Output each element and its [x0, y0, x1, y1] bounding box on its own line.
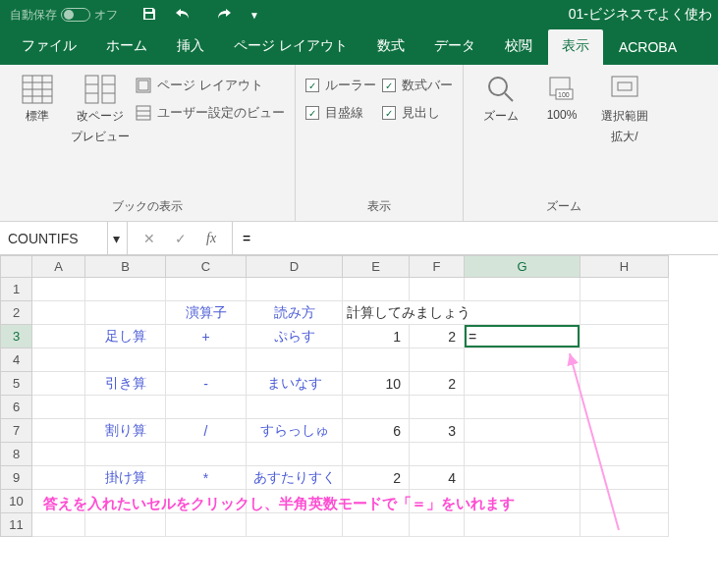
cell[interactable]: / — [166, 419, 247, 443]
autosave-toggle[interactable]: 自動保存 オフ — [0, 7, 128, 24]
cell[interactable] — [32, 513, 85, 537]
row-header[interactable]: 3 — [1, 325, 32, 348]
ruler-checkbox[interactable]: ✓ルーラー — [305, 77, 376, 94]
cell[interactable] — [85, 443, 166, 466]
cell[interactable] — [247, 348, 343, 372]
cell[interactable] — [410, 348, 465, 372]
row-header[interactable]: 11 — [1, 513, 32, 537]
cell[interactable] — [32, 443, 85, 466]
cell[interactable] — [465, 419, 580, 443]
tab-home[interactable]: ホーム — [92, 29, 161, 65]
redo-icon[interactable] — [212, 6, 232, 25]
cell[interactable] — [166, 348, 247, 372]
cell[interactable]: ぷらす — [247, 325, 343, 348]
select-all-corner[interactable] — [1, 256, 32, 278]
cell[interactable] — [465, 278, 580, 301]
cell[interactable] — [343, 443, 410, 466]
row-header[interactable]: 1 — [1, 278, 32, 301]
cell[interactable] — [343, 278, 410, 301]
cell[interactable] — [580, 325, 669, 348]
cell[interactable] — [410, 278, 465, 301]
cell[interactable]: 掛け算 — [85, 466, 166, 490]
qat-dropdown-icon[interactable]: ▼ — [249, 10, 259, 21]
cell[interactable] — [32, 466, 85, 490]
cell[interactable]: あすたりすく — [247, 466, 343, 490]
formulabar-checkbox[interactable]: ✓数式バー — [382, 77, 453, 94]
cell[interactable] — [32, 301, 85, 325]
zoom-100-button[interactable]: 100 100% — [534, 71, 589, 196]
undo-icon[interactable] — [175, 6, 194, 25]
cancel-icon[interactable]: ✕ — [143, 231, 155, 246]
cell[interactable] — [343, 348, 410, 372]
cell[interactable]: まいなす — [247, 372, 343, 396]
cell[interactable] — [247, 396, 343, 419]
tab-acrobat[interactable]: ACROBA — [605, 31, 690, 65]
cell[interactable]: すらっしゅ — [247, 419, 343, 443]
row-header[interactable]: 7 — [1, 419, 32, 443]
cell[interactable]: 引き算 — [85, 372, 166, 396]
column-header[interactable]: G — [465, 256, 580, 278]
view-pagebreak-button[interactable]: 改ページ プレビュー — [71, 71, 130, 196]
cell[interactable]: * — [166, 466, 247, 490]
cell[interactable] — [32, 372, 85, 396]
cell[interactable]: 2 — [410, 372, 465, 396]
headings-checkbox[interactable]: ✓見出し — [382, 104, 453, 122]
tab-insert[interactable]: 挿入 — [163, 29, 218, 65]
row-header[interactable]: 9 — [1, 466, 32, 490]
column-header[interactable]: F — [410, 256, 465, 278]
cell[interactable] — [580, 348, 669, 372]
tab-review[interactable]: 校閲 — [491, 29, 546, 65]
cell[interactable]: 演算子 — [166, 301, 247, 325]
cell[interactable]: 割り算 — [85, 419, 166, 443]
cell[interactable] — [166, 396, 247, 419]
chevron-down-icon[interactable]: ▾ — [107, 222, 125, 254]
cell[interactable] — [580, 301, 669, 325]
cell[interactable]: 読み方 — [247, 301, 343, 325]
custom-views-button[interactable]: ユーザー設定のビュー — [136, 104, 285, 122]
column-header[interactable]: D — [247, 256, 343, 278]
cell[interactable]: 10 — [343, 372, 410, 396]
tab-view[interactable]: 表示 — [548, 29, 603, 65]
cell[interactable] — [580, 278, 669, 301]
cell[interactable]: 4 — [410, 466, 465, 490]
cell[interactable] — [32, 396, 85, 419]
cell[interactable] — [247, 513, 343, 537]
cell[interactable] — [410, 396, 465, 419]
cell[interactable] — [465, 513, 580, 537]
row-header[interactable]: 2 — [1, 301, 32, 325]
cell[interactable] — [32, 348, 85, 372]
cell[interactable] — [85, 348, 166, 372]
cell[interactable] — [465, 396, 580, 419]
view-normal-button[interactable]: 標準 — [10, 71, 65, 196]
cell[interactable] — [580, 513, 669, 537]
cell[interactable] — [166, 278, 247, 301]
tab-data[interactable]: データ — [420, 29, 489, 65]
cell[interactable] — [32, 419, 85, 443]
cell[interactable] — [343, 513, 410, 537]
cell[interactable] — [465, 443, 580, 466]
gridlines-checkbox[interactable]: ✓目盛線 — [305, 104, 376, 122]
row-header[interactable]: 6 — [1, 396, 32, 419]
cell[interactable] — [85, 513, 166, 537]
column-header[interactable]: C — [166, 256, 247, 278]
cell[interactable]: + — [166, 325, 247, 348]
formula-input[interactable] — [233, 222, 718, 254]
cell[interactable] — [166, 443, 247, 466]
cell[interactable] — [580, 466, 669, 490]
cell[interactable]: - — [166, 372, 247, 396]
cell[interactable] — [32, 278, 85, 301]
cell[interactable] — [580, 396, 669, 419]
zoom-button[interactable]: ズーム — [473, 71, 528, 196]
cell[interactable]: 1 — [343, 325, 410, 348]
cell[interactable] — [247, 443, 343, 466]
row-header[interactable]: 8 — [1, 443, 32, 466]
cell[interactable] — [32, 325, 85, 348]
cell[interactable] — [166, 513, 247, 537]
tab-file[interactable]: ファイル — [8, 29, 90, 65]
cell[interactable]: 計算してみましょう — [343, 301, 580, 325]
name-box[interactable]: COUNTIFS ▾ — [0, 222, 128, 254]
cell[interactable]: 6 — [343, 419, 410, 443]
cell[interactable]: 足し算 — [85, 325, 166, 348]
cell[interactable] — [580, 490, 669, 513]
column-header[interactable]: B — [85, 256, 166, 278]
